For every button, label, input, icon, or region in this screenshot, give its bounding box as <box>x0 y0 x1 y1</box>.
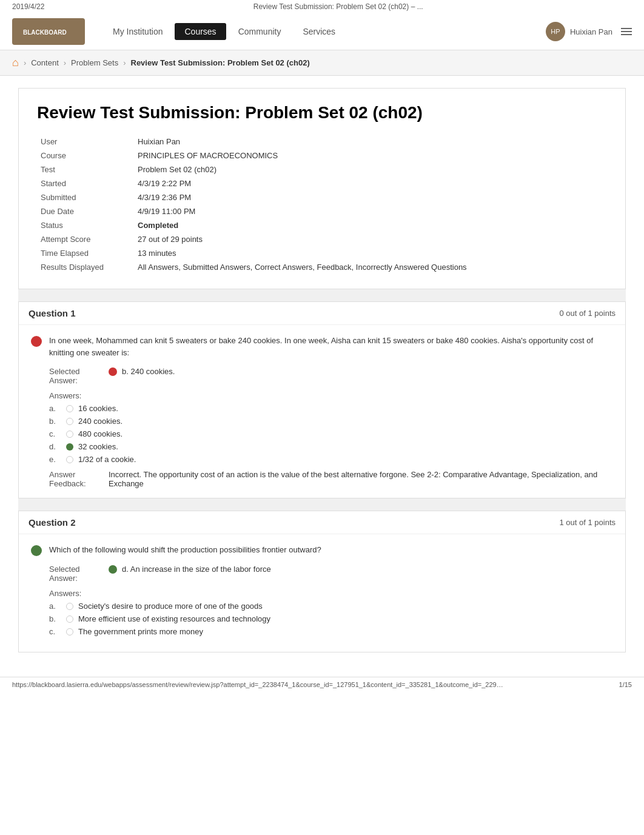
info-table: UserHuixian PanCoursePRINCIPLES OF MACRO… <box>37 135 607 274</box>
answer-letter-2-2: c. <box>49 627 61 636</box>
info-value: Huixian Pan <box>134 135 607 149</box>
info-value: Completed <box>134 218 607 232</box>
answer-dot-2-0 <box>66 603 73 610</box>
info-label: Status <box>37 218 134 232</box>
question-body-1: In one week, Mohammed can knit 5 sweater… <box>19 325 625 498</box>
svg-text:BLACKBOARD: BLACKBOARD <box>23 29 67 36</box>
date-label: 2019/4/22 <box>12 2 44 11</box>
breadcrumb-current: Review Test Submission: Problem Set 02 (… <box>131 58 310 67</box>
selected-answer-label-2: Selected Answer: <box>49 565 104 583</box>
answers-label-2: Answers: <box>49 589 613 598</box>
question-indicator-2 <box>31 545 42 556</box>
question-indicator-1 <box>31 336 42 347</box>
answer-option-text-1-4: 1/32 of a cookie. <box>78 455 136 464</box>
info-value: 4/9/19 11:00 PM <box>134 204 607 218</box>
info-value: 4/3/19 2:36 PM <box>134 190 607 204</box>
question-header-2: Question 21 out of 1 points <box>19 511 625 534</box>
question-title-1: Question 1 <box>29 308 76 318</box>
answer-option-1-1: b.240 cookies. <box>49 417 613 426</box>
question-points-2: 1 out of 1 points <box>559 518 615 527</box>
footer-page: 1/15 <box>619 681 632 688</box>
question-text-2: Which of the following would shift the p… <box>49 544 321 556</box>
selected-answer-row-2: Selected Answer:d. An increase in the si… <box>49 565 613 583</box>
answer-option-text-2-2: The government prints more money <box>78 627 203 636</box>
info-value: All Answers, Submitted Answers, Correct … <box>134 260 607 274</box>
nav-item-community[interactable]: Community <box>229 23 291 40</box>
info-label: Course <box>37 149 134 163</box>
main-content: Review Test Submission: Problem Set 02 (… <box>0 76 644 665</box>
footer-url: https://blackboard.lasierra.edu/webapps/… <box>12 681 503 688</box>
question-title-2: Question 2 <box>29 517 76 528</box>
nav-item-my-institution[interactable]: My Institution <box>103 23 172 40</box>
answer-dot-1-0 <box>66 405 73 412</box>
answer-dot-2-1 <box>66 615 73 623</box>
answer-option-2-0: a.Society's desire to produce more of on… <box>49 602 613 611</box>
page-heading-block: Review Test Submission: Problem Set 02 (… <box>18 88 626 289</box>
selected-answer-text-1: b. 240 cookies. <box>122 367 613 385</box>
answer-option-text-2-0: Society's desire to produce more of one … <box>78 602 263 611</box>
question-text-1: In one week, Mohammed can knit 5 sweater… <box>49 335 613 358</box>
question-header-1: Question 10 out of 1 points <box>19 302 625 325</box>
info-value: PRINCIPLES OF MACROECONOMICS <box>134 149 607 163</box>
info-value: Problem Set 02 (ch02) <box>134 163 607 176</box>
answer-dot-1-3 <box>66 443 73 451</box>
answer-letter-1-3: d. <box>49 442 61 451</box>
selected-answer-indicator-1 <box>109 367 117 376</box>
selected-answer-indicator-2 <box>109 565 117 574</box>
selected-answer-text-2: d. An increase in the size of the labor … <box>122 565 613 583</box>
feedback-label-1: Answer Feedback: <box>49 470 104 488</box>
selected-answer-label-1: Selected Answer: <box>49 367 104 385</box>
info-value: 13 minutes <box>134 246 607 260</box>
answers-section-2: Answers:a.Society's desire to produce mo… <box>49 589 613 636</box>
answer-option-1-2: c.480 cookies. <box>49 429 613 438</box>
answer-option-1-3: d.32 cookies. <box>49 442 613 451</box>
question-points-1: 0 out of 1 points <box>559 309 615 318</box>
answer-dot-2-2 <box>66 628 73 635</box>
breadcrumb: ⌂ › Content › Problem Sets › Review Test… <box>0 50 644 76</box>
user-name-label: Huixian Pan <box>570 27 612 36</box>
menu-icon[interactable] <box>621 28 632 35</box>
home-icon[interactable]: ⌂ <box>12 56 19 69</box>
answer-option-text-1-3: 32 cookies. <box>78 442 118 451</box>
info-label: User <box>37 135 134 149</box>
answer-letter-1-0: a. <box>49 404 61 413</box>
nav-user[interactable]: HP Huixian Pan <box>546 22 632 41</box>
answer-option-2-1: b.More efficient use of existing resourc… <box>49 614 613 623</box>
answers-label-1: Answers: <box>49 391 613 400</box>
answer-option-text-2-1: More efficient use of existing resources… <box>78 614 270 623</box>
answer-dot-1-2 <box>66 431 73 438</box>
question-block-2: Question 21 out of 1 pointsWhich of the … <box>18 511 626 652</box>
answer-option-text-1-1: 240 cookies. <box>78 417 122 426</box>
answer-option-text-1-2: 480 cookies. <box>78 429 122 438</box>
nav-item-courses[interactable]: Courses <box>175 23 226 40</box>
question-block-1: Question 10 out of 1 pointsIn one week, … <box>18 301 626 498</box>
question-text-row-1: In one week, Mohammed can knit 5 sweater… <box>31 335 613 358</box>
nav-links: My Institution Courses Community Service… <box>103 23 546 40</box>
info-label: Started <box>37 176 134 190</box>
info-value: 27 out of 29 points <box>134 232 607 246</box>
answers-section-1: Answers:a.16 cookies.b.240 cookies.c.480… <box>49 391 613 464</box>
info-label: Test <box>37 163 134 176</box>
nav-bar: BLACKBOARD My Institution Courses Commun… <box>0 13 644 50</box>
info-label: Submitted <box>37 190 134 204</box>
info-label: Attempt Score <box>37 232 134 246</box>
nav-logo[interactable]: BLACKBOARD <box>12 18 85 45</box>
breadcrumb-problem-sets[interactable]: Problem Sets <box>71 58 118 67</box>
answer-letter-2-0: a. <box>49 602 61 611</box>
question-text-row-2: Which of the following would shift the p… <box>31 544 613 556</box>
info-label: Due Date <box>37 204 134 218</box>
breadcrumb-content[interactable]: Content <box>31 58 59 67</box>
info-value: 4/3/19 2:22 PM <box>134 176 607 190</box>
answer-letter-2-1: b. <box>49 614 61 623</box>
question-gap-1 <box>18 498 626 511</box>
questions-container: Question 10 out of 1 pointsIn one week, … <box>18 301 626 652</box>
page-footer: https://blackboard.lasierra.edu/webapps/… <box>0 677 644 692</box>
question-body-2: Which of the following would shift the p… <box>19 534 625 652</box>
answer-option-2-2: c.The government prints more money <box>49 627 613 636</box>
answer-dot-1-4 <box>66 456 73 463</box>
info-label: Time Elapsed <box>37 246 134 260</box>
info-label: Results Displayed <box>37 260 134 274</box>
feedback-row-1: Answer Feedback:Incorrect. The opportuni… <box>49 470 613 488</box>
nav-item-services[interactable]: Services <box>293 23 345 40</box>
page-title: Review Test Submission: Problem Set 02 (… <box>37 103 607 122</box>
